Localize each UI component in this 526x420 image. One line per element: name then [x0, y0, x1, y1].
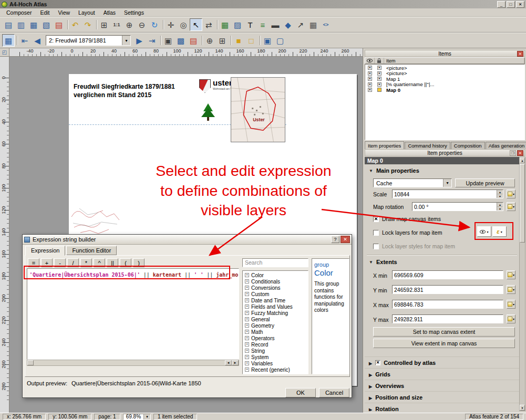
view-extent-button[interactable]: View extent in map canvas [373, 339, 515, 348]
add-shape-icon[interactable]: ◆ [282, 18, 294, 31]
ungroup-items-icon[interactable]: ▢ [274, 34, 286, 47]
atlas-next-feature-icon[interactable]: ▶ [133, 34, 146, 47]
spinner[interactable] [497, 203, 503, 211]
tab-command-history[interactable]: Command history [405, 142, 450, 149]
items-panel-close-icon[interactable]: ✕ [517, 51, 523, 57]
lock-checkbox[interactable]: ✕ [377, 82, 381, 87]
dialog-help-button[interactable]: ? [331, 236, 339, 243]
function-group-item[interactable]: Math [243, 329, 308, 335]
operator-button[interactable]: - [54, 258, 66, 267]
maximize-button[interactable]: □ [507, 1, 515, 8]
dialog-close-button[interactable]: ✕ [341, 236, 350, 243]
operator-button[interactable]: / [67, 258, 79, 267]
function-group-item[interactable]: Variables [243, 360, 308, 366]
duplicate-composition-icon[interactable]: ▦ [27, 18, 40, 31]
pan-icon[interactable]: ✛ [164, 18, 177, 31]
undo-icon[interactable]: ↶ [69, 18, 81, 31]
operator-button[interactable]: || [107, 258, 118, 267]
unlock-items-icon[interactable]: □ [245, 34, 257, 47]
visibility-column-header[interactable] [365, 58, 375, 64]
visibility-checkbox[interactable]: ✕ [368, 66, 372, 70]
atlas-first-feature-icon[interactable]: ⇤ [18, 34, 31, 47]
minimize-button[interactable]: _ [497, 1, 506, 8]
main-properties-section-header[interactable]: ▼ Main properties [369, 167, 419, 174]
section-rotation[interactable]: Rotation [365, 403, 519, 411]
scrollbar-track[interactable] [34, 360, 225, 365]
menu-edit[interactable]: Edit [36, 9, 54, 16]
rotation-data-defined-button[interactable] [507, 202, 515, 211]
scroll-down-icon[interactable] [520, 405, 525, 411]
zoom-tool-icon[interactable]: ◎ [177, 18, 190, 31]
function-group-item[interactable]: Operators [243, 335, 308, 341]
overview-map-item[interactable]: Uster [231, 77, 285, 142]
atlas-prev-feature-icon[interactable]: ◀ [31, 34, 44, 47]
expand-icon[interactable] [245, 361, 249, 365]
expand-icon[interactable] [245, 349, 249, 353]
add-attribute-table-icon[interactable]: ▦ [307, 18, 319, 31]
expand-icon[interactable] [245, 279, 249, 284]
add-html-frame-icon[interactable]: <> [319, 18, 332, 31]
add-arrow-icon[interactable]: ↗ [294, 18, 307, 31]
zoom-in-atlas-icon[interactable]: ⊕ [203, 34, 216, 47]
zoom-full-icon[interactable]: ⊞ [98, 18, 110, 31]
scrollbar-stub[interactable] [27, 360, 34, 365]
items-list-row[interactable]: ✕ ✕ <picture> [365, 71, 524, 77]
zoom-in-icon[interactable]: ⊕ [123, 18, 136, 31]
chevron-down-icon[interactable] [443, 179, 451, 187]
function-group-item[interactable]: String [243, 348, 308, 354]
lock-layers-checkbox[interactable] [373, 230, 379, 236]
item-properties-close-icon[interactable]: ✕ [517, 150, 523, 156]
tab-function-editor[interactable]: Function Editor [66, 246, 117, 255]
zoom-100-icon[interactable]: 1:1 [110, 18, 123, 31]
tab-expression[interactable]: Expression [25, 246, 65, 256]
scroll-right-icon[interactable] [232, 360, 239, 365]
chevron-down-icon[interactable] [122, 36, 130, 45]
set-extent-button[interactable]: Set to map canvas extent [373, 327, 515, 337]
lock-layer-styles-checkbox[interactable] [373, 244, 379, 249]
menu-atlas[interactable]: Atlas [99, 9, 120, 16]
expand-icon[interactable] [245, 304, 249, 309]
operator-button[interactable]: = [28, 258, 39, 267]
add-legend-icon[interactable]: ≡ [256, 18, 269, 31]
print-atlas-icon[interactable]: ▣ [162, 34, 174, 47]
lock-checkbox[interactable]: ✕ [377, 66, 381, 70]
visibility-checkbox[interactable]: ✕ [368, 71, 372, 76]
add-label-icon[interactable]: T [244, 18, 256, 31]
title-bar[interactable]: A4-Hoch Atlas _ □ ✕ [0, 0, 526, 8]
map-rotation-input[interactable]: 0.00 ° [412, 202, 503, 211]
operator-button[interactable]: ^ [94, 258, 105, 267]
controlled-by-atlas-checkbox[interactable]: ✕ [375, 360, 380, 365]
function-group-item[interactable]: General [243, 316, 308, 322]
zoom-out-icon[interactable]: ⊖ [136, 18, 148, 31]
expression-editor-hscrollbar[interactable] [27, 360, 239, 366]
visible-layers-button[interactable] [477, 226, 491, 237]
properties-scrollbar[interactable] [519, 157, 525, 411]
scroll-up-icon[interactable] [520, 158, 525, 163]
expand-icon[interactable] [245, 311, 249, 315]
extent-field-input[interactable]: 249282.911 [392, 314, 503, 323]
expression-editor[interactable]: 'Quartiere|Übersichtsplan 2015-06|' || k… [27, 268, 239, 360]
export-atlas-image-icon[interactable]: ▩ [174, 34, 187, 47]
items-list-row[interactable]: ✕ ✕ <picture> [365, 65, 524, 71]
function-group-item[interactable]: Fields and Values [243, 303, 308, 310]
zoom-level-combo[interactable]: 69.8% [123, 414, 151, 420]
save-project-icon[interactable]: ▤ [2, 18, 15, 31]
extents-section-header[interactable]: ▼ Extents [369, 259, 397, 265]
chevron-down-icon[interactable] [143, 414, 150, 419]
extent-data-defined-button[interactable] [507, 300, 515, 309]
tab-item-properties[interactable]: Item properties [365, 141, 404, 149]
expand-icon[interactable] [245, 330, 249, 334]
spinner[interactable] [497, 190, 503, 198]
atlas-preview-icon[interactable]: ▦ [2, 34, 15, 47]
update-preview-button[interactable]: Update preview [455, 178, 515, 187]
function-group-item[interactable]: Conversions [243, 285, 308, 291]
extent-data-defined-button[interactable] [507, 314, 515, 323]
item-properties-panel-header[interactable]: Item properties ❐ ✕ [365, 149, 525, 156]
export-as-pdf-icon[interactable]: ▤ [53, 18, 65, 31]
expand-icon[interactable] [245, 323, 249, 328]
select-move-item-icon[interactable]: ↖ [190, 18, 202, 31]
function-group-item[interactable]: Fuzzy Matching [243, 310, 308, 316]
ruler-corner-button[interactable]: ◰ [0, 48, 9, 57]
function-group-item[interactable]: Conditionals [243, 278, 308, 285]
refresh-view-icon[interactable]: ↻ [148, 18, 161, 31]
